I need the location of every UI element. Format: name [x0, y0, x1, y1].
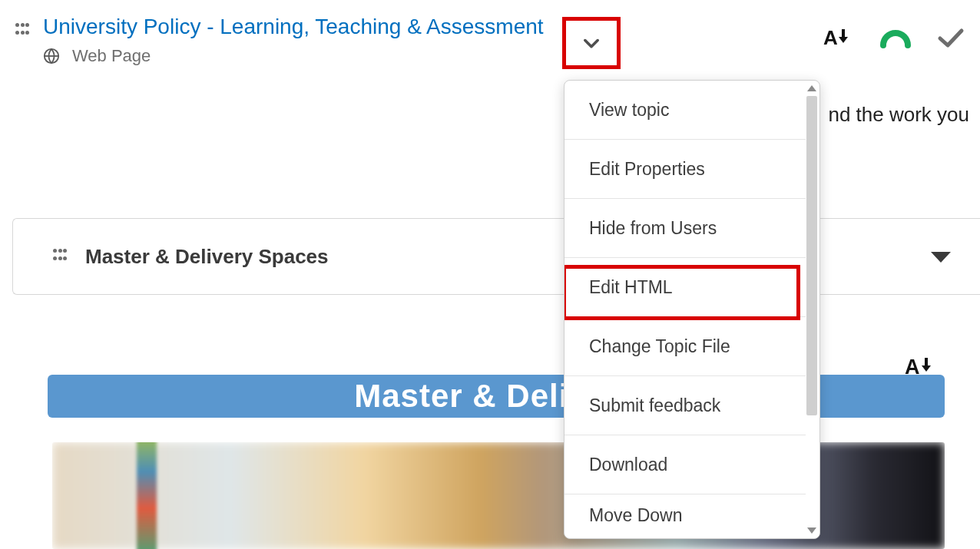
drag-handle-icon[interactable] [15, 14, 29, 38]
module-header-bar[interactable]: Master & Delivery Spaces [12, 218, 980, 295]
scroll-up-icon[interactable] [807, 85, 816, 91]
topic-actions-dropdown-button[interactable] [562, 17, 621, 69]
drag-handle-icon[interactable] [53, 249, 67, 264]
ally-alt-format-icon[interactable]: A [823, 26, 854, 49]
scroll-thumb[interactable] [806, 96, 817, 415]
svg-text:A: A [823, 26, 838, 49]
caret-down-icon[interactable] [929, 249, 952, 264]
topic-status-icons: A [797, 26, 965, 49]
menu-item-move-down[interactable]: Move Down [564, 494, 806, 538]
scroll-down-icon[interactable] [807, 528, 816, 534]
menu-item-view-topic[interactable]: View topic [564, 81, 806, 140]
menu-item-change-topic-file[interactable]: Change Topic File [564, 317, 806, 376]
topic-title-link[interactable]: University Policy - Learning, Teaching &… [43, 14, 544, 40]
body-text-fragment: nd the work you [828, 103, 969, 127]
svg-marker-2 [931, 252, 951, 263]
ally-score-icon[interactable] [880, 27, 911, 48]
topic-actions-menu: View topic Edit Properties Hide from Use… [564, 80, 820, 539]
menu-scrollbar[interactable] [806, 85, 818, 534]
globe-icon [43, 48, 60, 64]
topic-type-label: Web Page [72, 46, 151, 66]
completion-check-icon[interactable] [937, 26, 965, 49]
module-title: Master & Delivery Spaces [85, 245, 329, 269]
menu-item-edit-html[interactable]: Edit HTML [564, 258, 806, 317]
menu-item-edit-properties[interactable]: Edit Properties [564, 140, 806, 199]
menu-item-hide-from-users[interactable]: Hide from Users [564, 199, 806, 258]
chevron-down-icon [581, 32, 602, 54]
menu-item-submit-feedback[interactable]: Submit feedback [564, 376, 806, 435]
menu-item-download[interactable]: Download [564, 435, 806, 494]
